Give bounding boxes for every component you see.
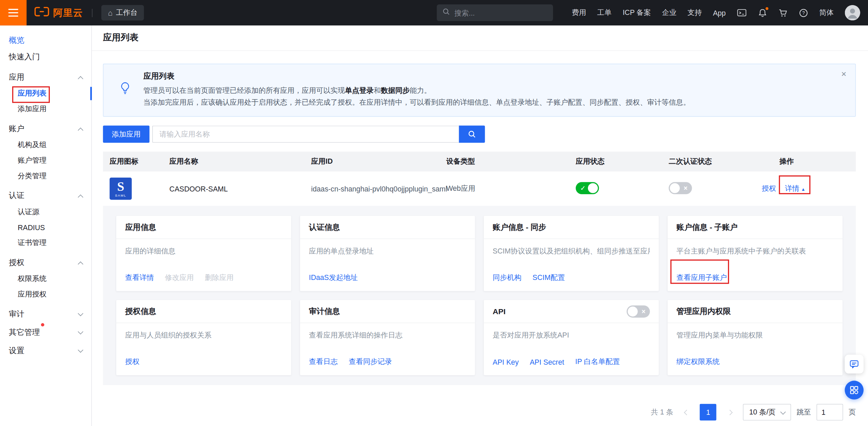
topbar-search-input[interactable] [454, 8, 552, 17]
survey-widget-button[interactable] [845, 381, 864, 400]
sidebar-group-account: 账户 机构及组 账户管理 分类管理 [0, 121, 91, 184]
card-title: 账户信息 - 同步 [493, 222, 546, 232]
language-switch[interactable]: 简体 [819, 8, 833, 18]
bind-permission-system-link[interactable]: 绑定权限系统 [676, 357, 719, 367]
api-key-link[interactable]: API Key [493, 358, 519, 366]
nav-app[interactable]: App [713, 8, 726, 17]
sidebar-item-add-app[interactable]: 添加应用 [0, 101, 91, 117]
authorize-card-link[interactable]: 授权 [125, 357, 139, 367]
toolbar: 添加应用 [103, 126, 856, 143]
sidebar-item-permission-system[interactable]: 权限系统 [0, 271, 91, 287]
nav-tickets[interactable]: 工单 [597, 8, 611, 18]
sidebar-group-authorization-header[interactable]: 授权 [0, 255, 91, 271]
page-number-button[interactable]: 1 [700, 404, 716, 421]
workbench-button[interactable]: ⌂ 工作台 [101, 5, 144, 21]
view-logs-link[interactable]: 查看日志 [309, 357, 338, 367]
check-icon: ✓ [580, 182, 586, 194]
chevron-down-icon [78, 311, 83, 316]
sidebar-group-audit-header[interactable]: 审计 [0, 306, 91, 323]
cross-icon: × [684, 182, 687, 194]
sidebar-item-auth-source[interactable]: 认证源 [0, 204, 91, 220]
authorize-link[interactable]: 授权 [762, 184, 776, 194]
topbar-divider [92, 8, 93, 17]
nav-enterprise[interactable]: 企业 [662, 8, 676, 18]
search-icon [442, 8, 450, 18]
total-count: 共 1 条 [651, 407, 673, 417]
nav-support[interactable]: 支持 [688, 8, 702, 18]
cart-icon[interactable] [778, 8, 788, 18]
app-status-cell: ✓ [569, 182, 662, 196]
help-icon[interactable]: ? [799, 8, 808, 18]
sidebar-item-org-groups[interactable]: 机构及组 [0, 137, 91, 153]
chevron-down-icon [78, 347, 83, 353]
new-badge-dot [41, 323, 44, 326]
scim-config-link[interactable]: SCIM配置 [533, 273, 565, 283]
actions-cell: 授权 详情▲ [748, 184, 856, 194]
feedback-chat-button[interactable] [845, 355, 864, 374]
sync-org-link[interactable]: 同步机构 [493, 273, 521, 283]
topbar: 阿里云 ⌂ 工作台 费用 工单 ICP 备案 企业 支持 App [0, 0, 868, 25]
api-secret-link[interactable]: API Secret [530, 358, 564, 366]
notifications-bell-icon[interactable] [758, 8, 767, 18]
close-icon[interactable]: × [841, 70, 846, 79]
aliyun-logo[interactable]: 阿里云 [26, 6, 90, 19]
sidebar-group-other-header[interactable]: 其它管理 [0, 324, 91, 341]
card-desc: 平台主账户与应用系统中子账户的关联表 [676, 246, 834, 256]
page-size-select[interactable]: 10 条/页 [743, 404, 791, 421]
group-label: 应用 [9, 73, 24, 82]
view-details-link[interactable]: 查看详情 [125, 273, 154, 283]
view-sync-records-link[interactable]: 查看同步记录 [349, 357, 392, 367]
api-toggle[interactable]: × [627, 305, 650, 317]
topbar-nav: 费用 工单 ICP 备案 企业 支持 App ? 简体 [572, 5, 860, 21]
hamburger-menu-button[interactable] [0, 0, 26, 25]
app-icon-cell: S SAML [103, 178, 163, 200]
prev-page-button[interactable] [679, 404, 694, 420]
sidebar-group-authorization: 授权 权限系统 应用授权 [0, 255, 91, 302]
ip-whitelist-link[interactable]: IP 白名单配置 [575, 357, 620, 367]
sidebar-group-auth-header[interactable]: 认证 [0, 187, 91, 204]
jump-page-input[interactable] [816, 404, 843, 421]
col-app-icon: 应用图标 [103, 157, 163, 166]
sidebar-item-category-mgmt[interactable]: 分类管理 [0, 168, 91, 184]
lightbulb-icon [118, 81, 132, 97]
app-search-input[interactable] [152, 126, 459, 143]
add-app-button[interactable]: 添加应用 [103, 126, 150, 143]
sidebar-item-radius[interactable]: RADIUS [0, 220, 91, 235]
sidebar: 概览 快速入门 应用 应用列表 添加应用 账户 机构及组 账户管理 分类管理 认… [0, 25, 92, 426]
user-avatar[interactable] [845, 5, 860, 21]
card-api: API × 是否对应用开放系统API API Key API Secret IP… [484, 300, 659, 375]
nav-billing[interactable]: 费用 [572, 8, 586, 18]
view-sub-accounts-link[interactable]: 查看应用子账户 [676, 273, 727, 283]
col-device-type: 设备类型 [439, 157, 569, 166]
sidebar-item-quickstart[interactable]: 快速入门 [0, 49, 91, 65]
pagination: 共 1 条 1 10 条/页 跳至 页 [103, 404, 856, 421]
card-desc: 应用的详细信息 [125, 246, 282, 256]
app-status-toggle[interactable]: ✓ [576, 182, 599, 194]
app-search-button[interactable] [459, 126, 485, 143]
app-detail-panel: 应用信息 应用的详细信息 查看详情 修改应用 删除应用 认证信息 应用的单点登录… [103, 206, 856, 385]
sidebar-item-app-authorization[interactable]: 应用授权 [0, 287, 91, 302]
topbar-search[interactable] [437, 4, 553, 21]
device-type-cell: Web应用 [439, 184, 569, 194]
next-page-button[interactable] [722, 404, 737, 420]
sidebar-group-application-header[interactable]: 应用 [0, 69, 91, 86]
details-link[interactable]: 详情▲ [785, 184, 805, 194]
sidebar-item-cert-mgmt[interactable]: 证书管理 [0, 235, 91, 251]
sidebar-item-overview[interactable]: 概览 [0, 32, 91, 49]
idaas-initiate-link[interactable]: IDaaS发起地址 [309, 273, 358, 283]
2fa-status-toggle[interactable]: × [669, 182, 692, 194]
table-header-row: 应用图标 应用名称 应用ID 设备类型 应用状态 二次认证状态 操作 [103, 151, 856, 171]
toggle-knob [670, 183, 680, 193]
sidebar-group-account-header[interactable]: 账户 [0, 121, 91, 137]
app-name-cell: CASDOOR-SAML [163, 184, 304, 192]
sidebar-group-settings-header[interactable]: 设置 [0, 343, 91, 359]
cloudshell-icon[interactable] [737, 8, 747, 17]
nav-icp[interactable]: ICP 备案 [623, 8, 651, 18]
sidebar-group-other: 其它管理 [0, 324, 91, 341]
app-search [152, 126, 485, 143]
sidebar-item-account-mgmt[interactable]: 账户管理 [0, 153, 91, 168]
sidebar-item-app-list[interactable]: 应用列表 [0, 86, 91, 101]
card-desc: 管理应用内菜单与功能权限 [676, 330, 834, 340]
card-audit-info: 审计信息 查看应用系统详细的操作日志 查看日志 查看同步记录 [300, 300, 475, 375]
card-desc: 应用的单点登录地址 [309, 246, 466, 256]
